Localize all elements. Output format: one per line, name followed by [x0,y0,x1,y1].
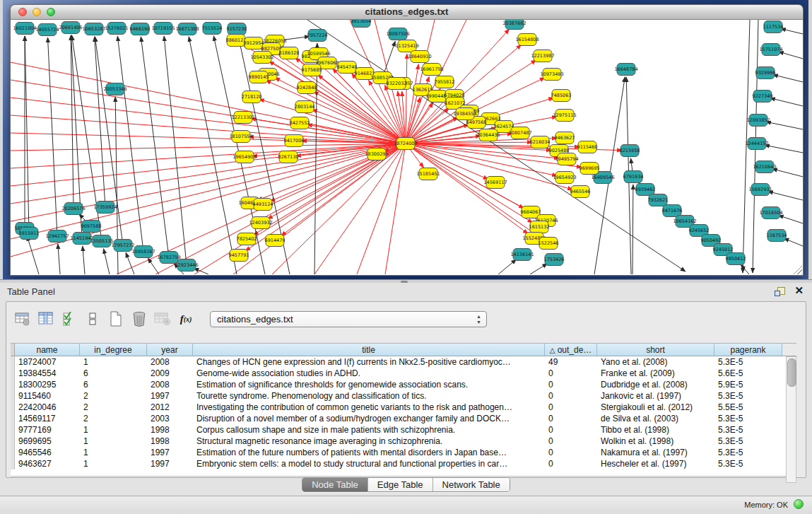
edge-selected[interactable] [155,144,406,274]
node[interactable]: 10719155 [151,23,175,35]
table-row[interactable]: 1938455462009Genome-wide association stu… [11,368,786,379]
node[interactable]: 16671388 [175,23,199,35]
node[interactable]: 20053346 [103,83,126,95]
edge[interactable] [530,264,548,274]
row-height-icon[interactable] [83,310,102,328]
table-row[interactable]: 946554611997Estimation of the future num… [11,447,786,458]
edge-selected[interactable] [11,144,406,239]
table-row[interactable]: 946362711997Embryonic stem cells: a mode… [11,458,786,469]
node[interactable]: 9157230 [227,23,247,35]
node-selected[interactable]: 6914479 [265,235,286,247]
edge[interactable] [778,215,803,223]
node-selected[interactable]: 8322032 [387,78,407,90]
edge-selected[interactable] [11,144,406,204]
citation-network-graph[interactable]: 1602100414055724206914061065328715276021… [11,20,803,274]
node[interactable]: 18097506 [386,28,409,40]
node[interactable]: 12923446 [175,259,198,271]
node[interactable]: 16648784 [614,64,637,76]
edge[interactable] [632,185,633,274]
edge-selected[interactable] [357,144,406,274]
edge[interactable] [765,145,803,153]
column-header-name[interactable]: name [15,344,80,356]
node-selected[interactable]: 12213987 [531,50,554,62]
node[interactable]: 20387682 [502,20,526,30]
edge[interactable] [781,29,803,34]
node-selected[interactable]: 8186328 [279,47,300,59]
node[interactable]: 20691406 [59,22,82,34]
edge[interactable] [498,259,517,274]
node[interactable]: 8939462 [635,184,656,196]
edge-selected[interactable] [406,144,533,223]
node[interactable]: 1167534 [767,230,787,242]
node-selected[interactable]: 14569117 [483,177,507,189]
node[interactable]: 13505135 [90,235,113,247]
edge[interactable] [117,36,143,252]
node-selected[interactable]: 11325419 [395,40,418,52]
edge-selected[interactable] [406,144,528,233]
node[interactable]: 14136141 [510,249,534,261]
node[interactable]: 9227349 [753,90,773,103]
node-selected[interactable]: 9463627 [555,132,575,144]
node[interactable]: 8813054 [351,20,372,28]
edge[interactable] [95,37,123,245]
edge[interactable] [164,36,187,265]
edge[interactable] [770,98,803,106]
node[interactable]: 17359924 [93,201,117,214]
select-columns-icon[interactable] [60,310,78,328]
node[interactable]: 7515524 [202,23,223,35]
table-row[interactable]: 1872400712008Changes of HCN gene express… [11,356,786,368]
node-selected[interactable]: 10807487 [508,127,531,139]
node-selected[interactable]: 9417006 [284,135,305,147]
edge-selected[interactable] [266,81,406,144]
node-selected[interactable]: 12403932 [249,217,272,229]
node-selected[interactable]: 1615132 [529,221,550,233]
tab-network-table[interactable]: Network Table [433,478,510,491]
node[interactable]: 17016504 [759,207,782,219]
node[interactable]: 6791934 [623,171,644,183]
scrollbar-thumb[interactable] [787,358,796,387]
node-selected[interactable]: 9175685 [302,64,322,76]
node-selected[interactable]: 19384554 [453,108,476,120]
node[interactable]: 8215958 [620,145,640,157]
column-header-short[interactable]: short [597,344,714,356]
function-builder-icon[interactable]: f(x) [177,310,195,328]
node-selected[interactable]: 16154808 [515,34,539,46]
node[interactable]: 14055724 [35,24,59,36]
column-header-pagerank[interactable]: pagerank [714,344,782,356]
column-header-year[interactable]: year [147,344,193,356]
new-document-icon[interactable] [107,310,125,328]
float-panel-icon[interactable] [775,286,785,297]
column-header-out_de[interactable]: △ out_de… [545,344,597,356]
close-window-button[interactable] [18,8,27,16]
node-selected[interactable]: 1522546 [539,238,559,250]
node-selected[interactable]: 4493124 [253,199,273,211]
node-selected[interactable]: 8267130 [278,151,299,163]
node-selected[interactable]: 9242848 [297,82,317,94]
node-selected[interactable]: 9457791 [229,250,249,262]
edge[interactable] [83,246,85,274]
node-selected[interactable]: 18724007 [394,138,417,150]
node[interactable]: 15276021 [105,23,128,35]
node-selected[interactable]: 19495794 [555,153,578,165]
table-row[interactable]: 1830029562008Estimation of significance … [11,379,786,390]
node[interactable]: 12942757 [45,230,69,243]
delete-icon[interactable] [130,310,148,328]
node-selected[interactable]: 2803144 [295,101,315,113]
node-selected[interactable]: 9699695 [579,163,600,175]
tab-edge-table[interactable]: Edge Table [368,478,433,491]
edge-selected[interactable] [11,115,406,144]
edge[interactable] [141,37,169,257]
node[interactable]: 6466160 [130,23,151,35]
table-columns-icon[interactable] [37,310,55,328]
edge[interactable] [784,238,803,246]
minimize-window-button[interactable] [33,8,41,16]
edge[interactable] [27,236,39,274]
edge-selected[interactable] [11,133,406,144]
node-selected[interactable]: 8427552 [290,117,310,129]
edge[interactable] [148,258,159,274]
vertical-scrollbar[interactable] [786,356,796,483]
node[interactable]: 16210643 [753,161,776,173]
node[interactable]: 15751074 [759,44,782,56]
node[interactable]: 16782759 [157,252,180,264]
network-canvas[interactable]: 1602100414055724206914061065328715276021… [10,20,804,276]
